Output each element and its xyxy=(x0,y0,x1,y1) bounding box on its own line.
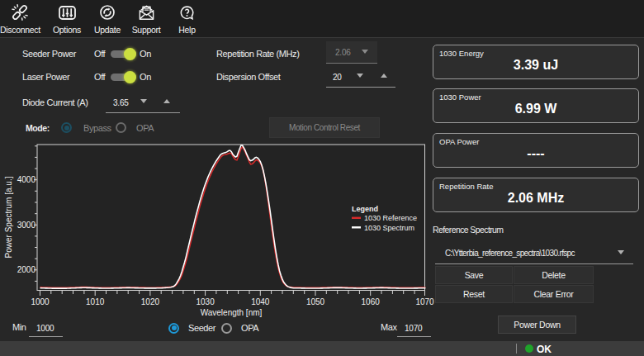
svg-text:1030 Spectrum: 1030 Spectrum xyxy=(364,224,414,232)
svg-text:1040: 1040 xyxy=(251,297,270,306)
svg-text:3000: 3000 xyxy=(17,221,36,230)
svg-text:1000: 1000 xyxy=(31,297,50,306)
svg-text:1070: 1070 xyxy=(415,297,434,306)
svg-text:Legend: Legend xyxy=(352,205,378,213)
svg-text:1030: 1030 xyxy=(196,297,215,306)
svg-text:4000: 4000 xyxy=(17,175,36,184)
svg-text:1020: 1020 xyxy=(141,297,160,306)
svg-text:Wavelength [nm]: Wavelength [nm] xyxy=(201,308,263,317)
svg-text:2000: 2000 xyxy=(17,265,36,274)
svg-text:Power Spectrum [a.u.]: Power Spectrum [a.u.] xyxy=(4,176,13,258)
svg-text:1030 Reference: 1030 Reference xyxy=(364,214,417,222)
svg-text:1050: 1050 xyxy=(306,297,325,306)
svg-text:1010: 1010 xyxy=(86,297,105,306)
svg-text:1060: 1060 xyxy=(362,297,381,306)
